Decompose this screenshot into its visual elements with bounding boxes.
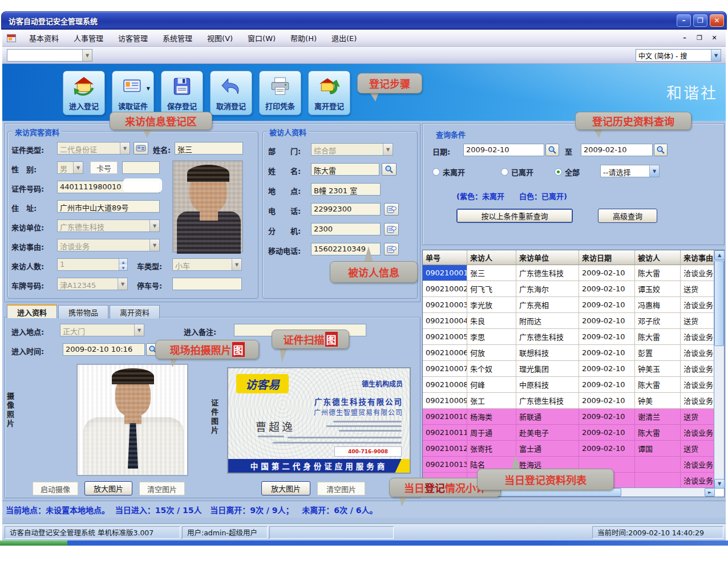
visit-company-combo[interactable]: 广东德生科技 ▼ (57, 220, 160, 232)
menu-item-4[interactable]: 系统管理 (155, 30, 200, 46)
column-header-1[interactable]: 单号 (423, 250, 467, 265)
chevron-down-icon[interactable]: ▼ (232, 259, 241, 270)
start-camera-button[interactable]: 启动摄像 (33, 482, 78, 495)
dropdown-caret-icon[interactable]: ▼ (147, 86, 150, 91)
chevron-down-icon[interactable]: ▼ (73, 162, 83, 173)
date-from-field[interactable]: 2009-02-10 (463, 144, 544, 156)
menu-item-7[interactable]: 帮助(H) (283, 30, 324, 46)
menu-item-2[interactable]: 人事管理 (66, 30, 111, 46)
close-button[interactable]: ✕ (710, 14, 724, 27)
table-row[interactable]: 090210010杨海类新联通2009-02-10谢清兰送货 (423, 409, 724, 425)
address-field[interactable]: 广州市中山大道89号 (57, 200, 160, 213)
vertical-scrollbar[interactable]: ▲ ▼ (714, 250, 724, 489)
zoom-cert-button[interactable]: 放大图片 (261, 481, 310, 495)
visitor-count-stepper[interactable]: 1 ▲▼ (57, 258, 128, 271)
table-row[interactable]: 090210002何飞飞广东海尔2009-02-10谭玉姣送货 (423, 281, 724, 297)
spin-up-icon[interactable]: ▲ (119, 259, 127, 265)
child-minimize-button[interactable]: – (679, 33, 690, 43)
chevron-down-icon[interactable]: ▼ (149, 220, 159, 231)
visited-name-field[interactable]: 陈大雷 (311, 163, 379, 176)
radio-left[interactable]: 已离开 (501, 166, 533, 177)
table-row[interactable]: 090210001张三广东德生科技2009-02-10陈大雷洽谈业务 (423, 265, 724, 281)
tab-carried-items[interactable]: 携带物品 (58, 305, 108, 319)
chevron-down-icon[interactable]: ▼ (118, 278, 127, 290)
phone-field[interactable]: 22992300 (311, 203, 381, 216)
date-to-field[interactable]: 2009-02-10 (581, 144, 653, 156)
menu-item-6[interactable]: 窗口(W) (240, 30, 283, 46)
save-register-button[interactable]: 保存登记 (161, 71, 203, 115)
print-slip-button[interactable]: 打印凭条 (259, 71, 301, 115)
enter-time-field[interactable]: 2009-02-10 10:16 (63, 343, 145, 356)
chevron-down-icon[interactable]: ▼ (120, 143, 130, 154)
cancel-register-button[interactable]: 取消登记 (210, 71, 252, 115)
zoom-photo-button[interactable]: 放大图片 (84, 481, 132, 495)
location-field[interactable]: B幢 2301 室 (311, 183, 381, 196)
filter-select-combo[interactable]: --请选择 ▼ (600, 165, 660, 177)
chevron-down-icon[interactable]: ▼ (82, 50, 92, 61)
cert-type-combo[interactable]: 二代身份证 ▼ (57, 142, 130, 155)
visit-reason-combo[interactable]: 洽谈业务 ▼ (57, 239, 160, 251)
ext-field[interactable]: 2300 (311, 223, 381, 235)
scroll-right-icon[interactable]: ► (705, 488, 715, 497)
quick-search-combo[interactable]: ▼ (7, 49, 92, 62)
card-fineprint-line (333, 421, 402, 422)
minimize-button[interactable]: – (677, 14, 691, 27)
clear-photo-button[interactable]: 清空图片 (139, 482, 185, 495)
table-row[interactable]: 090210003李光放广东亮相2009-02-10冯惠梅洽谈业务 (423, 297, 724, 313)
table-row[interactable]: 090210006何放联想科技2009-02-10彭置洽谈业务 (423, 345, 724, 361)
menu-item-8[interactable]: 退出(E) (324, 30, 364, 46)
clear-cert-button[interactable]: 清空图片 (317, 482, 365, 495)
scrollbar-thumb[interactable] (714, 261, 724, 346)
table-row[interactable]: 090210004朱良附而达2009-02-10邓子欣送货 (423, 313, 724, 329)
visitor-name-field[interactable]: 张三 (175, 142, 243, 155)
plate-combo[interactable]: 津A12345 ▼ (57, 278, 128, 290)
tab-enter-info[interactable]: 进入资料 (7, 304, 57, 318)
radio-all[interactable]: 全部 (555, 166, 580, 177)
scroll-down-icon[interactable]: ▼ (714, 479, 725, 489)
scroll-up-icon[interactable]: ▲ (714, 250, 725, 260)
dept-combo[interactable]: 综合部 ▼ (311, 143, 393, 156)
chevron-down-icon[interactable]: ▼ (149, 239, 159, 251)
table-row[interactable]: 090210005李思广东德生科技2009-02-10陈大雷洽谈业务 (423, 329, 724, 345)
requery-button[interactable]: 按以上条件重新查询 (456, 209, 573, 223)
column-header-3[interactable]: 来访单位 (516, 250, 579, 265)
enter-place-combo[interactable]: 正大门 ▼ (60, 324, 144, 336)
column-header-4[interactable]: 来访日期 (579, 250, 635, 265)
table-row[interactable]: 090210012张寄托富士通2009-02-10谭国送货 (423, 441, 724, 457)
table-row[interactable]: 090210007朱个奴理光集团2009-02-10钟美玉洽谈业务 (423, 361, 724, 377)
table-row[interactable]: 090210008何峰中原科技2009-02-10陈大雷洽谈业务 (423, 377, 724, 393)
date-picker-icon[interactable] (654, 144, 668, 156)
child-restore-button[interactable]: ❐ (694, 33, 705, 43)
date-picker-icon[interactable] (545, 144, 559, 156)
vehicle-type-combo[interactable]: 小车 ▼ (172, 258, 242, 271)
enter-register-button[interactable]: 进入登记 (63, 71, 105, 115)
spin-down-icon[interactable]: ▼ (119, 265, 127, 270)
sms-icon[interactable] (384, 203, 399, 216)
radio-not-left[interactable]: 未离开 (432, 166, 465, 177)
leave-register-button[interactable]: 离开登记 (308, 71, 350, 115)
chevron-down-icon[interactable]: ▼ (134, 324, 144, 336)
menu-item-3[interactable]: 访客管理 (111, 30, 155, 46)
card-reader-icon[interactable] (134, 142, 148, 155)
chevron-down-icon[interactable]: ▼ (711, 50, 721, 61)
advanced-query-button[interactable]: 高级查询 (598, 209, 657, 223)
language-selector[interactable]: 中文 (简体) - 搜 ▼ (636, 49, 721, 62)
table-row[interactable]: 090210009张工广东德生科技2009-02-10钟美洽谈业务 (423, 393, 724, 409)
chevron-down-icon[interactable]: ▼ (649, 165, 659, 177)
column-header-5[interactable]: 被访人 (635, 250, 681, 265)
sms-icon[interactable] (384, 243, 399, 255)
card-no-field[interactable] (122, 161, 160, 174)
menu-item-1[interactable]: 基本资料 (22, 30, 66, 46)
menu-item-5[interactable]: 视图(V) (200, 30, 240, 46)
sms-icon[interactable] (384, 223, 399, 235)
tab-leave-info[interactable]: 离开资料 (110, 305, 160, 319)
column-header-2[interactable]: 来访人 (467, 250, 516, 265)
gender-combo[interactable]: 男 ▼ (57, 161, 83, 174)
read-card-button[interactable]: ▼ 读取证件 (112, 71, 154, 115)
chevron-down-icon[interactable]: ▼ (383, 144, 393, 155)
search-icon[interactable] (382, 163, 397, 176)
parking-field[interactable] (172, 278, 242, 290)
child-close-button[interactable]: ✕ (709, 33, 720, 43)
restore-button[interactable]: ❐ (693, 14, 707, 27)
table-row[interactable]: 090210011周于通赴美电子2009-02-10陈大雷洽谈业务 (423, 425, 724, 441)
